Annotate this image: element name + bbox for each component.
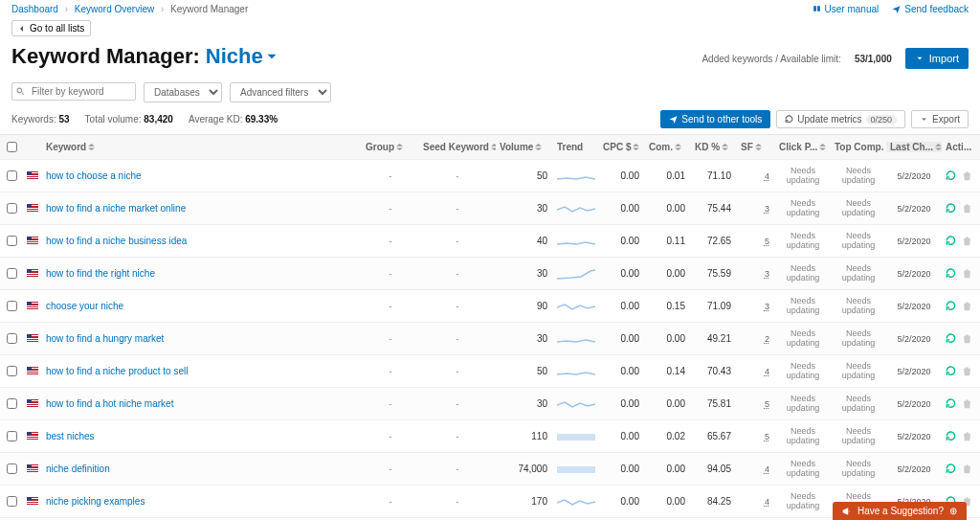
refresh-row-icon[interactable]: [946, 463, 956, 474]
row-checkbox[interactable]: [7, 366, 17, 376]
refresh-row-icon[interactable]: [946, 203, 956, 214]
row-checkbox[interactable]: [7, 333, 17, 344]
col-lastchecked[interactable]: Last Ch...: [886, 142, 942, 152]
refresh-row-icon[interactable]: [946, 170, 956, 181]
import-button[interactable]: Import: [905, 48, 969, 69]
delete-row-icon[interactable]: [962, 203, 972, 214]
limit-label: Added keywords / Available limit:: [702, 54, 840, 64]
delete-row-icon[interactable]: [962, 398, 972, 409]
user-manual-link[interactable]: User manual: [813, 4, 880, 14]
delete-row-icon[interactable]: [962, 333, 972, 344]
delete-row-icon[interactable]: [962, 236, 972, 246]
breadcrumb-dashboard[interactable]: Dashboard: [11, 4, 58, 14]
delete-row-icon[interactable]: [962, 268, 972, 279]
col-group[interactable]: Group: [362, 142, 419, 152]
keyword-link[interactable]: how to find a hungry market: [46, 333, 164, 344]
keyword-link[interactable]: how to find a niche product to sell: [46, 366, 188, 376]
table-row: how to find a niche market online - - 30…: [0, 192, 980, 225]
keyword-link[interactable]: how to find a hot niche market: [46, 398, 173, 409]
cell-sf[interactable]: 4: [737, 497, 775, 507]
delete-row-icon[interactable]: [962, 366, 972, 376]
col-seed[interactable]: Seed Keyword: [419, 142, 496, 152]
keyword-link[interactable]: best niches: [46, 431, 95, 441]
list-name-dropdown[interactable]: Niche: [206, 44, 278, 69]
refresh-row-icon[interactable]: [946, 236, 956, 246]
row-checkbox[interactable]: [7, 203, 17, 214]
keyword-link[interactable]: niche definition: [46, 463, 110, 474]
cell-last-checked: 5/2/2020: [886, 269, 942, 279]
keyword-link[interactable]: how to choose a niche: [46, 170, 142, 181]
col-sf[interactable]: SF: [737, 142, 775, 152]
select-all-checkbox[interactable]: [7, 142, 17, 152]
cell-sf[interactable]: 2: [737, 334, 775, 344]
keyword-link[interactable]: niche picking examples: [46, 496, 145, 507]
col-trend[interactable]: Trend: [553, 142, 599, 152]
cell-click-potential: Needsupdating: [775, 297, 831, 316]
cell-sf[interactable]: 4: [737, 171, 775, 181]
send-feedback-link[interactable]: Send feedback: [892, 4, 969, 14]
cell-volume: 170: [496, 496, 553, 507]
delete-row-icon[interactable]: [962, 301, 972, 311]
refresh-row-icon[interactable]: [946, 301, 956, 311]
cell-sf[interactable]: 5: [737, 399, 775, 409]
cell-sf[interactable]: 3: [737, 302, 775, 311]
col-click[interactable]: Click P...: [775, 142, 831, 152]
advanced-filters-select[interactable]: Advanced filters: [230, 82, 331, 102]
page-title: Keyword Manager:: [11, 44, 200, 69]
table-header: Keyword Group Seed Keyword Volume Trend …: [0, 135, 980, 160]
filter-keyword-input[interactable]: [11, 82, 136, 101]
breadcrumb-overview[interactable]: Keyword Overview: [75, 4, 154, 14]
cell-last-checked: 5/2/2020: [886, 399, 942, 409]
keyword-link[interactable]: how to find a niche business idea: [46, 236, 187, 246]
row-checkbox[interactable]: [7, 398, 17, 409]
cell-top-comp: Needsupdating: [831, 427, 886, 446]
refresh-row-icon[interactable]: [946, 333, 956, 344]
col-cpc[interactable]: CPC $: [599, 142, 645, 152]
have-suggestion-button[interactable]: Have a Suggestion? ⊕: [833, 502, 967, 520]
export-button[interactable]: Export: [911, 110, 969, 128]
col-keyword[interactable]: Keyword: [42, 142, 362, 152]
row-checkbox[interactable]: [7, 301, 17, 311]
databases-select[interactable]: Databases: [144, 82, 222, 102]
row-checkbox[interactable]: [7, 170, 17, 181]
go-to-all-lists-button[interactable]: Go to all lists: [11, 20, 91, 36]
refresh-row-icon[interactable]: [946, 366, 956, 376]
delete-row-icon[interactable]: [962, 431, 972, 441]
row-checkbox[interactable]: [7, 268, 17, 279]
col-volume[interactable]: Volume: [496, 142, 553, 152]
refresh-row-icon[interactable]: [946, 268, 956, 279]
update-metrics-button[interactable]: Update metrics 0/250: [776, 110, 905, 128]
cell-click-potential: Needsupdating: [775, 460, 831, 479]
cell-sf[interactable]: 3: [737, 204, 775, 214]
keyword-link[interactable]: choose your niche: [46, 301, 123, 311]
cell-sf[interactable]: 5: [737, 237, 775, 246]
cell-seed: -: [419, 203, 496, 214]
table-row: how to find a niche product to sell - - …: [0, 355, 980, 388]
cell-sf[interactable]: 5: [737, 432, 775, 441]
cell-sf[interactable]: 4: [737, 367, 775, 376]
cell-kd: 94.05: [691, 463, 737, 474]
refresh-row-icon[interactable]: [946, 398, 956, 409]
cell-sf[interactable]: 3: [737, 269, 775, 279]
cell-kd: 49.21: [691, 333, 737, 344]
col-topcomp[interactable]: Top Comp.: [831, 142, 886, 152]
row-checkbox[interactable]: [7, 463, 17, 474]
cell-top-comp: Needsupdating: [831, 395, 886, 414]
cell-group: -: [362, 301, 419, 311]
cell-last-checked: 5/2/2020: [886, 432, 942, 441]
delete-row-icon[interactable]: [962, 170, 972, 181]
cell-cpc: 0.00: [599, 463, 645, 474]
col-com[interactable]: Com.: [645, 142, 691, 152]
refresh-row-icon[interactable]: [946, 431, 956, 441]
cell-sf[interactable]: 4: [737, 464, 775, 474]
row-checkbox[interactable]: [7, 236, 17, 246]
cell-cpc: 0.00: [599, 236, 645, 246]
keyword-link[interactable]: how to find the right niche: [46, 268, 155, 279]
row-checkbox[interactable]: [7, 431, 17, 441]
keyword-link[interactable]: how to find a niche market online: [46, 203, 186, 214]
col-kd[interactable]: KD %: [691, 142, 737, 152]
send-to-other-tools-button[interactable]: Send to other tools: [660, 110, 770, 128]
table-row: niche definition - - 74,000 0.00 0.00 94…: [0, 453, 980, 486]
delete-row-icon[interactable]: [962, 463, 972, 474]
row-checkbox[interactable]: [7, 496, 17, 507]
